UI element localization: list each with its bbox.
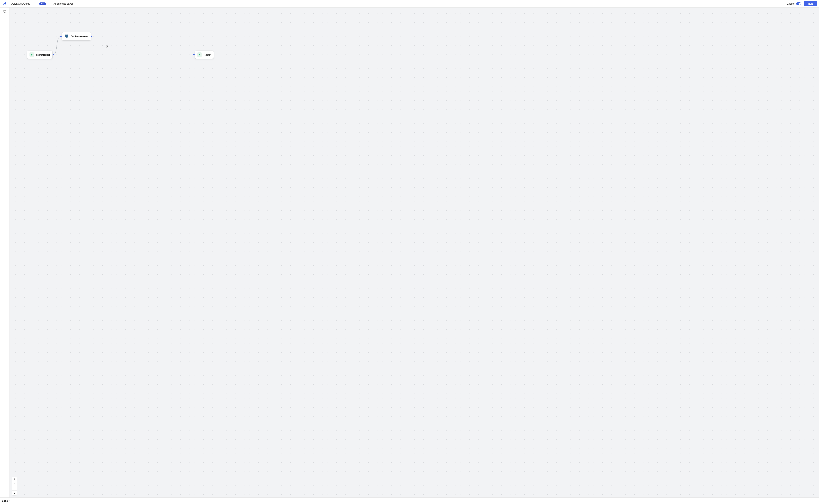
workflow-canvas[interactable]: Start trigger fetchSalesData Result [9, 8, 819, 497]
edge-start-to-fetch [9, 8, 819, 497]
input-port[interactable] [60, 36, 62, 37]
toggle-knob [799, 3, 801, 5]
node-start-trigger[interactable]: Start trigger [27, 51, 52, 59]
enable-toggle[interactable] [796, 2, 801, 5]
logs-panel-toggle[interactable]: Logs [0, 497, 819, 504]
app-header: Quickstart Guide Beta All changes saved … [0, 0, 819, 8]
bolt-icon [29, 52, 34, 57]
input-port[interactable] [193, 54, 194, 55]
header-right: Enable Run [787, 1, 817, 6]
output-port[interactable] [91, 36, 92, 37]
fit-screen-button[interactable] [12, 486, 17, 491]
logs-label: Logs [2, 499, 8, 502]
output-port[interactable] [53, 54, 54, 55]
save-status: All changes saved [54, 2, 73, 5]
zoom-controls [12, 477, 17, 495]
side-rail [0, 8, 9, 497]
rocket-icon[interactable] [3, 2, 7, 6]
node-result[interactable]: Result [195, 51, 214, 59]
node-label: Result [204, 53, 211, 56]
run-button[interactable]: Run [804, 1, 817, 6]
lock-button[interactable] [12, 491, 17, 495]
zoom-out-button[interactable] [12, 481, 17, 486]
svg-rect-5 [14, 493, 15, 494]
node-fetch-sales-data[interactable]: fetchSalesData [62, 32, 91, 40]
history-icon[interactable] [3, 9, 7, 13]
svg-point-0 [66, 36, 66, 36]
node-label: Start trigger [36, 53, 50, 56]
postgres-icon [64, 34, 69, 39]
beta-badge: Beta [39, 2, 46, 5]
header-left: Quickstart Guide Beta All changes saved [3, 2, 73, 6]
node-label: fetchSalesData [71, 35, 88, 38]
bolt-icon [197, 52, 202, 57]
grab-cursor-icon [105, 45, 109, 49]
chevron-up-icon [9, 499, 11, 502]
enable-label: Enable [787, 2, 795, 5]
zoom-in-button[interactable] [12, 477, 17, 481]
page-title[interactable]: Quickstart Guide [11, 2, 30, 5]
svg-point-1 [67, 36, 67, 36]
main-area: Start trigger fetchSalesData Result [0, 8, 819, 497]
